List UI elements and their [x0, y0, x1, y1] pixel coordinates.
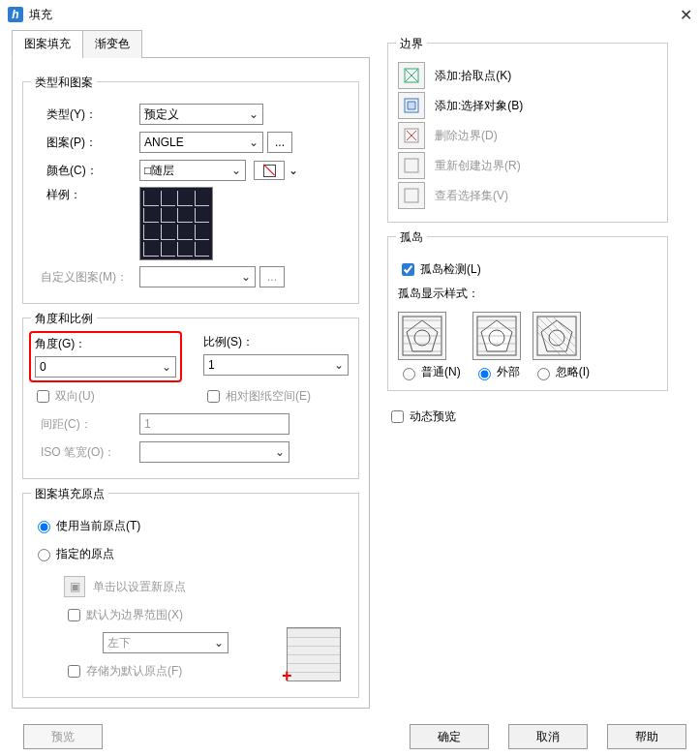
pattern-label: 图案(P)： [33, 135, 139, 151]
custom-pattern-browse-button: ... [259, 266, 285, 287]
island-ignore-card[interactable] [533, 312, 581, 360]
store-default-checkbox: 存储为默认原点(F) [64, 662, 182, 680]
iso-select [139, 441, 289, 463]
chevron-down-icon[interactable]: ⌄ [289, 164, 298, 177]
pattern-browse-button[interactable]: ... [267, 132, 292, 153]
sample-label: 样例： [33, 187, 139, 203]
origin-pos-select: 左下 [103, 632, 228, 653]
pattern-preview[interactable] [139, 187, 213, 260]
default-bound-checkbox: 默认为边界范围(X) [64, 606, 183, 624]
recreate-boundary-icon [398, 152, 425, 179]
scale-label: 比例(S)： [203, 334, 349, 350]
spacing-input: 1 [139, 413, 289, 435]
add-pick-icon[interactable] [398, 62, 425, 89]
close-icon[interactable]: ✕ [680, 6, 692, 24]
group-title: 边界 [396, 36, 427, 52]
button-bar: 预览 确定 取消 帮助 [0, 716, 700, 756]
color-select[interactable]: □随层 [139, 160, 246, 181]
group-angle-scale: 角度和比例 角度(G)： 0 比例(S)： 1 双向(U) 相 [22, 318, 359, 479]
double-checkbox: 双向(U) [33, 387, 178, 406]
group-origin: 图案填充原点 使用当前原点(T) 指定的原点 ▣ 单击以设置新原点 默认为边界范… [22, 493, 359, 698]
tab-bar: 图案填充 渐变色 [12, 29, 370, 58]
custom-pattern-select [139, 266, 256, 287]
spacing-label: 间距(C)： [33, 416, 139, 433]
type-select[interactable]: 预定义 [139, 104, 263, 125]
island-normal-card[interactable] [398, 312, 446, 360]
group-title: 图案填充原点 [31, 486, 108, 502]
specified-origin-radio[interactable]: 指定的原点 [33, 546, 114, 562]
use-current-origin-radio[interactable]: 使用当前原点(T) [33, 518, 140, 534]
pattern-select[interactable]: ANGLE [139, 132, 263, 153]
custom-pattern-label: 自定义图案(M)： [33, 269, 139, 286]
bylayer-swatch[interactable] [254, 161, 285, 180]
island-outer-radio[interactable]: 外部 [473, 364, 520, 380]
view-selection-icon [398, 182, 425, 209]
svg-rect-3 [405, 159, 418, 172]
dynamic-preview-checkbox[interactable]: 动态预览 [387, 408, 456, 426]
island-ignore-radio[interactable]: 忽略(I) [533, 364, 590, 380]
app-icon: h [8, 7, 23, 22]
group-title: 孤岛 [396, 229, 427, 246]
group-title: 类型和图案 [31, 75, 97, 91]
origin-preview [287, 627, 341, 681]
color-label: 颜色(C)： [33, 163, 139, 179]
svg-rect-4 [405, 189, 418, 202]
help-button[interactable]: 帮助 [607, 724, 686, 749]
title-bar: h 填充 ✕ [0, 0, 700, 29]
add-select-icon[interactable] [398, 92, 425, 119]
angle-label: 角度(G)： [35, 336, 176, 352]
angle-select[interactable]: 0 [35, 356, 176, 378]
view-selection-label: 查看选择集(V) [435, 188, 508, 204]
scale-select[interactable]: 1 [203, 354, 349, 376]
delete-boundary-icon [398, 122, 425, 149]
island-style-label: 孤岛显示样式： [398, 286, 657, 302]
svg-point-13 [549, 330, 564, 346]
tab-gradient[interactable]: 渐变色 [82, 30, 142, 58]
tab-pattern[interactable]: 图案填充 [12, 30, 83, 58]
group-title: 角度和比例 [31, 311, 97, 327]
ok-button[interactable]: 确定 [410, 724, 489, 749]
relative-checkbox: 相对图纸空间(E) [203, 387, 349, 406]
preview-button: 预览 [23, 724, 103, 749]
svg-point-7 [414, 330, 430, 346]
island-normal-radio[interactable]: 普通(N) [398, 364, 461, 380]
group-type-pattern: 类型和图案 类型(Y)： 预定义 图案(P)： ANGLE ... 颜色(C)：… [22, 81, 359, 304]
add-select-label[interactable]: 添加:选择对象(B) [435, 98, 523, 114]
group-island: 孤岛 孤岛检测(L) 孤岛显示样式： 普通(N) 外部 忽略(I) [387, 236, 668, 391]
iso-label: ISO 笔宽(O)： [33, 444, 139, 461]
pick-origin-icon: ▣ [64, 576, 85, 597]
group-boundary: 边界 添加:拾取点(K) 添加:选择对象(B) 删除边界(D) 重新创建边界(R… [387, 43, 668, 223]
click-origin-label: 单击以设置新原点 [93, 579, 186, 595]
recreate-boundary-label: 重新创建边界(R) [435, 158, 521, 174]
cancel-button[interactable]: 取消 [508, 724, 588, 749]
island-outer-card[interactable] [472, 312, 521, 360]
type-label: 类型(Y)： [33, 106, 139, 123]
window-title: 填充 [29, 7, 52, 23]
island-detect-checkbox[interactable]: 孤岛检测(L) [398, 260, 481, 279]
add-pick-label[interactable]: 添加:拾取点(K) [435, 68, 511, 84]
highlight-box: 角度(G)： 0 [29, 331, 182, 382]
delete-boundary-label: 删除边界(D) [435, 128, 498, 144]
